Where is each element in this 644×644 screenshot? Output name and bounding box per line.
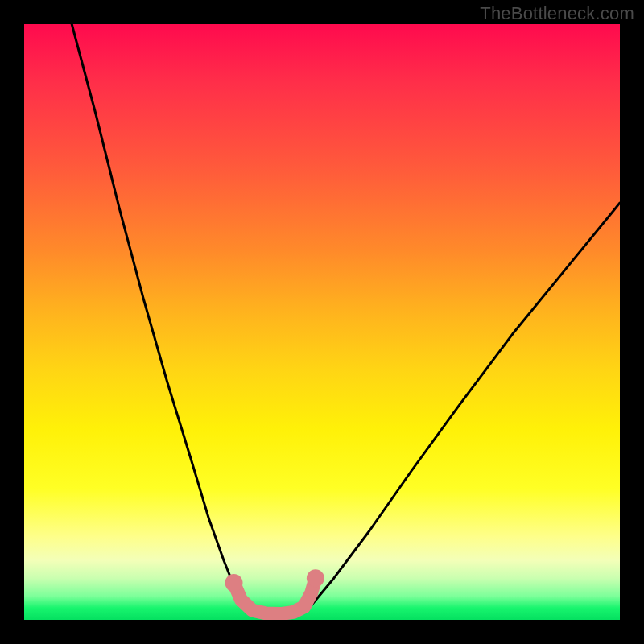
highlight-endpoint-right bbox=[307, 569, 324, 587]
highlight-endpoint-left bbox=[225, 574, 243, 592]
plot-area bbox=[24, 24, 620, 620]
bottleneck-curve bbox=[24, 24, 620, 620]
chart-frame: TheBottleneck.com bbox=[0, 0, 644, 644]
curve-path bbox=[72, 24, 620, 614]
highlight-valley-stroke bbox=[234, 578, 316, 613]
watermark-text: TheBottleneck.com bbox=[480, 3, 634, 24]
